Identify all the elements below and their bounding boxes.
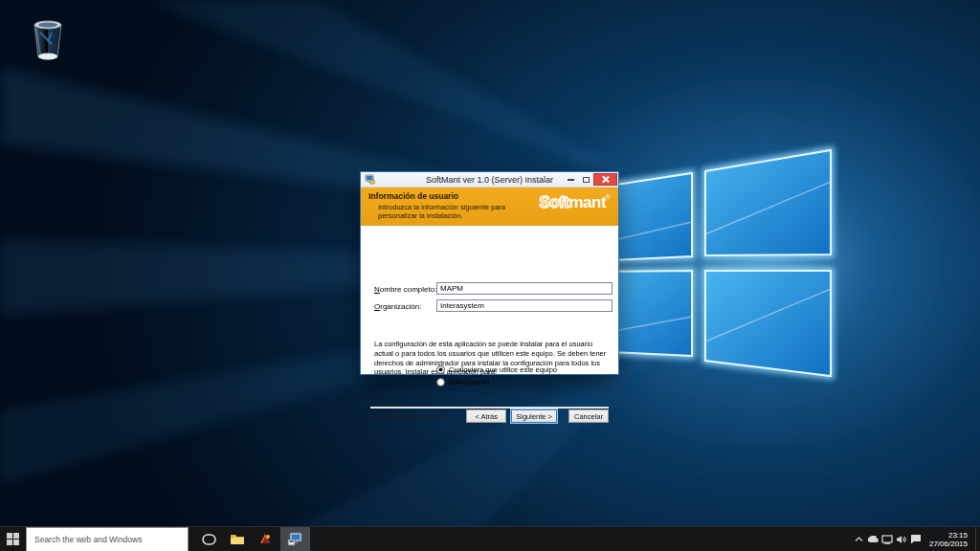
media-app-icon (258, 533, 272, 545)
full-name-label: Nombre completo: (374, 285, 436, 294)
system-tray: 23:15 27/06/2015 (852, 527, 980, 551)
desktop: SoftMant ver 1.0 (Server) Instalar Infor… (0, 0, 980, 551)
radio-icon (436, 378, 445, 386)
taskbar: 23:15 27/06/2015 (0, 526, 980, 551)
clock-time: 23:15 (929, 531, 968, 540)
installer-dialog: SoftMant ver 1.0 (Server) Instalar Infor… (360, 171, 619, 375)
footer-separator (370, 407, 609, 408)
radio-anyone-this-computer[interactable]: Cualquiera que utilice este equipo (436, 365, 557, 374)
radio-icon (436, 365, 445, 374)
logo-part-soft: Soft (539, 193, 568, 211)
action-center-tray-button[interactable] (909, 534, 924, 544)
radio-only-for-me[interactable]: Sólo para mí (436, 378, 557, 386)
taskbar-clock[interactable]: 23:15 27/06/2015 (929, 531, 968, 548)
maximize-button[interactable] (578, 173, 593, 186)
registered-mark: ® (606, 194, 610, 200)
dialog-body: Nombre completo: Organización: La config… (361, 226, 618, 375)
speaker-icon (896, 535, 907, 544)
network-tray-button[interactable] (880, 535, 895, 544)
file-explorer-button[interactable] (223, 527, 251, 551)
maximize-icon (583, 177, 590, 183)
task-view-button[interactable] (195, 527, 223, 551)
cancel-button[interactable]: Cancelar (568, 409, 609, 423)
wizard-branding-text: Wise Installation Wizard (R) (368, 413, 451, 420)
next-button[interactable]: Siguiente > (511, 409, 557, 423)
softmant-logo: Softmant® (539, 194, 610, 210)
dialog-titlebar[interactable]: SoftMant ver 1.0 (Server) Instalar (361, 172, 618, 187)
minimize-button[interactable] (563, 173, 578, 186)
close-icon (602, 176, 609, 183)
organization-input[interactable] (436, 299, 612, 312)
start-button[interactable] (0, 527, 26, 551)
close-button[interactable] (593, 173, 617, 186)
dialog-header: Información de usuario Introduzca la inf… (361, 187, 618, 226)
cloud-icon (867, 536, 880, 543)
minimize-icon (568, 179, 574, 181)
task-view-icon (202, 534, 216, 545)
header-subtitle: Introduzca la información siguiente para… (378, 203, 531, 221)
recycle-bin-icon[interactable] (27, 15, 69, 65)
back-button[interactable]: < Atrás (466, 409, 506, 423)
taskbar-search-input[interactable] (26, 527, 189, 551)
chevron-up-icon (855, 537, 863, 541)
clock-date: 27/06/2015 (929, 540, 968, 548)
organization-label: Organización: (374, 302, 421, 311)
action-center-icon (910, 534, 922, 544)
installer-taskbar-button[interactable] (280, 527, 310, 551)
tray-chevron-button[interactable] (852, 537, 866, 541)
radio-label: Cualquiera que utilice este equipo (449, 365, 557, 374)
onedrive-tray-button[interactable] (866, 536, 880, 543)
logo-part-mant: mant (568, 193, 606, 211)
volume-tray-button[interactable] (895, 535, 909, 544)
wizard-buttons: < Atrás Siguiente > Cancelar (466, 409, 609, 423)
network-icon (881, 535, 893, 544)
install-scope-radio-group: Cualquiera que utilice este equipo Sólo … (436, 365, 557, 390)
show-desktop-button[interactable] (975, 527, 980, 551)
file-explorer-icon (230, 533, 245, 545)
full-name-input[interactable] (436, 282, 612, 295)
windows-start-icon (7, 533, 19, 545)
installer-taskbar-icon (287, 532, 303, 546)
media-app-button[interactable] (251, 527, 278, 551)
radio-label: Sólo para mí (449, 378, 490, 386)
